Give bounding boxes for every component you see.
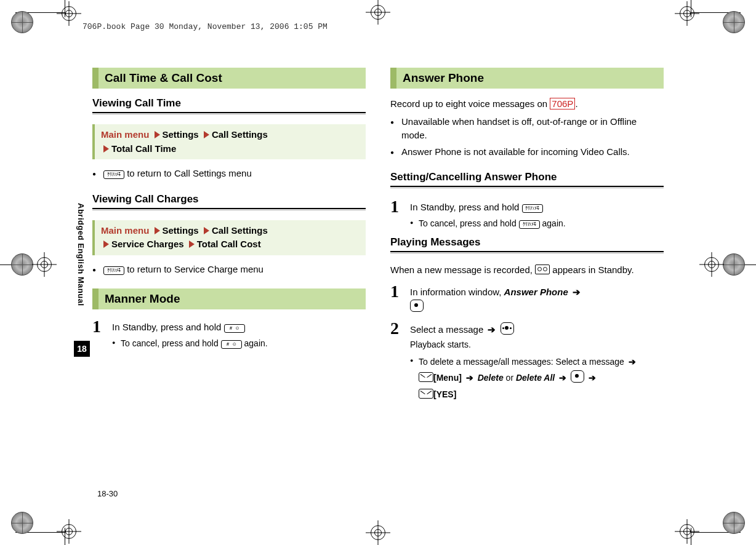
step-text: Select a message: [410, 324, 483, 335]
chapter-number: 18: [74, 341, 90, 357]
section-answer-phone: Answer Phone: [390, 68, 664, 89]
mail-key-icon: [419, 372, 433, 382]
print-header-meta: 706P.book Page 30 Monday, November 13, 2…: [82, 22, 328, 31]
menu-prefix: Main menu: [101, 129, 149, 140]
clear-key-icon: ｸﾘｱ/ﾒﾓ: [103, 266, 124, 275]
bullet-item: ｸﾘｱ/ﾒﾓ to return to Call Settings menu: [92, 167, 366, 181]
triangle-icon: [155, 131, 160, 138]
step-1: 1 In information window, Answer Phone ➔: [390, 283, 664, 314]
menu-item: Settings: [163, 225, 199, 236]
triangle-icon: [155, 227, 160, 234]
ui-label-delete-all: Delete All: [516, 373, 555, 383]
text: appears in Standby.: [552, 265, 633, 275]
sub-bullet: To delete a message/all messages: Select…: [410, 354, 638, 403]
page-number: 18-30: [97, 489, 118, 498]
triangle-icon: [189, 241, 195, 248]
step-number: 1: [92, 318, 106, 350]
sub-text-tail: again.: [542, 218, 566, 228]
subheading-playing-messages: Playing Messages: [390, 236, 664, 249]
arrow-icon: ➔: [573, 285, 581, 300]
text: To delete a message/all messages: Select…: [419, 357, 624, 367]
step-text: In information window,: [410, 287, 501, 297]
menu-item: Total Call Time: [111, 143, 176, 154]
menu-item: Call Settings: [212, 129, 268, 140]
text: or: [506, 373, 513, 383]
bullet-list: ｸﾘｱ/ﾒﾓ to return to Service Charge menu: [92, 263, 366, 277]
text: .: [575, 98, 577, 109]
section-title: Call Time & Call Cost: [99, 68, 366, 89]
bullet-item: ｸﾘｱ/ﾒﾓ to return to Service Charge menu: [92, 263, 366, 277]
hash-key-icon: ＃ ☺: [224, 324, 245, 333]
menu-prefix: Main menu: [101, 225, 149, 236]
sub-text-tail: again.: [244, 338, 268, 348]
intro-text: Record up to eight voice messages on 706…: [390, 97, 664, 111]
bullet-item: Unavailable when handset is off, out-of-…: [390, 115, 664, 143]
ui-label-menu: [Menu]: [433, 373, 462, 383]
section-call-time-cost: Call Time & Call Cost: [92, 68, 366, 89]
hash-key-icon: ＃ ☺: [221, 340, 242, 349]
mail-key-icon: [419, 389, 433, 399]
subheading-setting-cancelling: Setting/Cancelling Answer Phone: [390, 171, 664, 183]
subheading-viewing-call-time: Viewing Call Time: [92, 97, 366, 109]
triangle-icon: [204, 131, 209, 138]
bullet-item: Answer Phone is not available for incomi…: [390, 145, 664, 159]
subheading-viewing-call-charges: Viewing Call Charges: [92, 193, 366, 205]
playing-intro: When a new message is recorded, appears …: [390, 263, 664, 277]
right-column: Answer Phone Record up to eight voice me…: [390, 68, 664, 483]
step-text: In Standby, press and hold: [112, 322, 221, 332]
sub-bullet: To cancel, press and hold ＃ ☺ again.: [112, 337, 268, 350]
clear-key-icon: ｸﾘｱ/ﾒﾓ: [519, 220, 540, 229]
side-label: Abridged English Manual: [76, 203, 86, 306]
ui-label-answer-phone: Answer Phone: [504, 287, 568, 297]
text: Record up to eight voice messages on: [390, 98, 547, 109]
arrow-icon: ➔: [559, 370, 566, 386]
sub-bullet: To cancel, press and hold ｸﾘｱ/ﾒﾓ again.: [410, 217, 566, 230]
arrow-icon: ➔: [466, 370, 473, 386]
bullet-text: to return to Call Settings menu: [127, 168, 252, 178]
arrow-icon: ➔: [629, 354, 636, 370]
model-number-highlight: 706P: [550, 98, 575, 109]
menu-item: Service Charges: [111, 239, 184, 249]
center-key-icon: [571, 370, 584, 383]
clear-key-icon: ｸﾘｱ/ﾒﾓ: [522, 204, 543, 213]
step-1: 1 In Standby, press and hold ｸﾘｱ/ﾒﾓ To c…: [390, 198, 664, 230]
bullet-text: to return to Service Charge menu: [127, 264, 263, 274]
step-number: 1: [390, 198, 404, 230]
left-column: Call Time & Call Cost Viewing Call Time …: [92, 68, 366, 483]
sub-text: To cancel, press and hold: [121, 338, 219, 348]
section-title: Answer Phone: [396, 68, 664, 89]
arrow-icon: ➔: [589, 370, 596, 386]
menu-item: Call Settings: [212, 225, 268, 236]
menu-path-call-charges: Main menu Settings Call Settings Service…: [92, 220, 366, 255]
bullet-list: ｸﾘｱ/ﾒﾓ to return to Call Settings menu: [92, 167, 366, 181]
tape-icon: [535, 265, 550, 274]
step-2: 2 Select a message ➔ Playback starts. To…: [390, 320, 664, 402]
text: When a new message is recorded,: [390, 265, 533, 275]
step-note: Playback starts.: [410, 338, 638, 351]
sub-text: To cancel, press and hold: [419, 218, 517, 228]
clear-key-icon: ｸﾘｱ/ﾒﾓ: [103, 170, 124, 179]
menu-path-call-time: Main menu Settings Call Settings Total C…: [92, 124, 366, 159]
section-manner-mode: Manner Mode: [92, 288, 366, 309]
section-title: Manner Mode: [99, 288, 366, 309]
center-key-side-icon: [501, 322, 514, 335]
ui-label-delete: Delete: [478, 373, 504, 383]
ui-label-yes: [YES]: [433, 389, 456, 399]
triangle-icon: [204, 227, 209, 234]
step-text: In Standby, press and hold: [410, 202, 519, 212]
menu-item: Total Call Cost: [197, 239, 261, 249]
step-number: 2: [390, 320, 404, 402]
arrow-icon: ➔: [488, 323, 496, 337]
step-1: 1 In Standby, press and hold ＃ ☺ To canc…: [92, 318, 366, 350]
triangle-icon: [103, 145, 109, 153]
step-number: 1: [390, 283, 404, 314]
triangle-icon: [103, 241, 109, 248]
bullet-list: Unavailable when handset is off, out-of-…: [390, 115, 664, 159]
center-key-icon: [410, 300, 424, 312]
menu-item: Settings: [163, 129, 199, 140]
